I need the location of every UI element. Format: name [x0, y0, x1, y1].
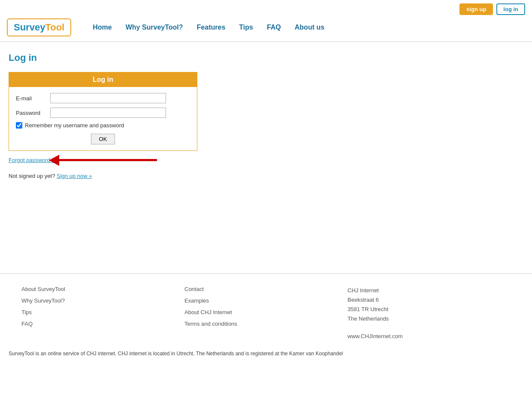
footer-address: CHJ Internet Beekstraat 6 3581 TR Utrech… — [348, 286, 511, 324]
nav-about[interactable]: About us — [295, 24, 324, 31]
footer-contact[interactable]: Contact — [184, 286, 348, 292]
footer-tips[interactable]: Tips — [21, 309, 184, 315]
not-signed-up-text: Not signed up yet? — [9, 173, 55, 179]
logo-tool-text: Tool — [45, 22, 64, 33]
nav-home[interactable]: Home — [93, 24, 112, 31]
logo[interactable]: SurveyTool — [7, 18, 71, 36]
forgot-section: Forgot password » — [9, 157, 523, 163]
forgot-password-link[interactable]: Forgot password » — [9, 157, 55, 163]
footer-about-surveytool[interactable]: About SurveyTool — [21, 286, 184, 292]
remember-checkbox[interactable] — [16, 122, 22, 129]
login-form-header: Log in — [9, 72, 197, 87]
footer-bottom-text: SurveyTool is an online service of CHJ i… — [9, 351, 343, 357]
nav-features[interactable]: Features — [197, 24, 226, 31]
signup-button[interactable]: sign up — [459, 3, 493, 15]
login-form-box: Log in E-mail Password Remember my usern… — [9, 72, 197, 151]
signup-prompt: Not signed up yet? Sign up now » — [9, 173, 523, 179]
footer-faq[interactable]: FAQ — [21, 321, 184, 327]
password-label: Password — [16, 110, 50, 116]
footer-terms[interactable]: Terms and conditions — [184, 321, 348, 327]
signup-now-link[interactable]: Sign up now » — [57, 173, 92, 179]
email-label: E-mail — [16, 95, 50, 102]
footer: About SurveyTool Why SurveyTool? Tips FA… — [0, 273, 532, 346]
footer-about-chj[interactable]: About CHJ Internet — [184, 309, 348, 315]
footer-website[interactable]: www.CHJInternet.com — [348, 333, 511, 339]
email-field[interactable] — [50, 93, 166, 103]
nav-faq[interactable]: FAQ — [267, 24, 281, 31]
main-content: Log in Log in E-mail Password Remember m… — [0, 42, 532, 273]
footer-col-2: Contact Examples About CHJ Internet Term… — [184, 286, 348, 339]
footer-city: 3581 TR Utrecht — [348, 305, 511, 314]
nav-tips[interactable]: Tips — [239, 24, 253, 31]
footer-why-surveytool[interactable]: Why SurveyTool? — [21, 297, 184, 304]
arrow-indicator — [58, 159, 157, 161]
remember-label: Remember my username and password — [25, 122, 124, 129]
page-title: Log in — [9, 52, 523, 63]
password-field[interactable] — [50, 108, 166, 118]
footer-street: Beekstraat 6 — [348, 295, 511, 305]
footer-company: CHJ Internet — [348, 286, 511, 295]
footer-examples[interactable]: Examples — [184, 297, 348, 304]
main-nav: Home Why SurveyTool? Features Tips FAQ A… — [93, 24, 324, 31]
footer-country: The Netherlands — [348, 314, 511, 324]
logo-survey-text: Survey — [14, 22, 45, 33]
nav-why[interactable]: Why SurveyTool? — [126, 24, 183, 31]
footer-col-1: About SurveyTool Why SurveyTool? Tips FA… — [21, 286, 184, 339]
footer-bottom: SurveyTool is an online service of CHJ i… — [0, 346, 532, 361]
footer-col-3: CHJ Internet Beekstraat 6 3581 TR Utrech… — [348, 286, 511, 339]
ok-button[interactable]: OK — [91, 134, 115, 144]
login-button[interactable]: log in — [496, 3, 525, 15]
